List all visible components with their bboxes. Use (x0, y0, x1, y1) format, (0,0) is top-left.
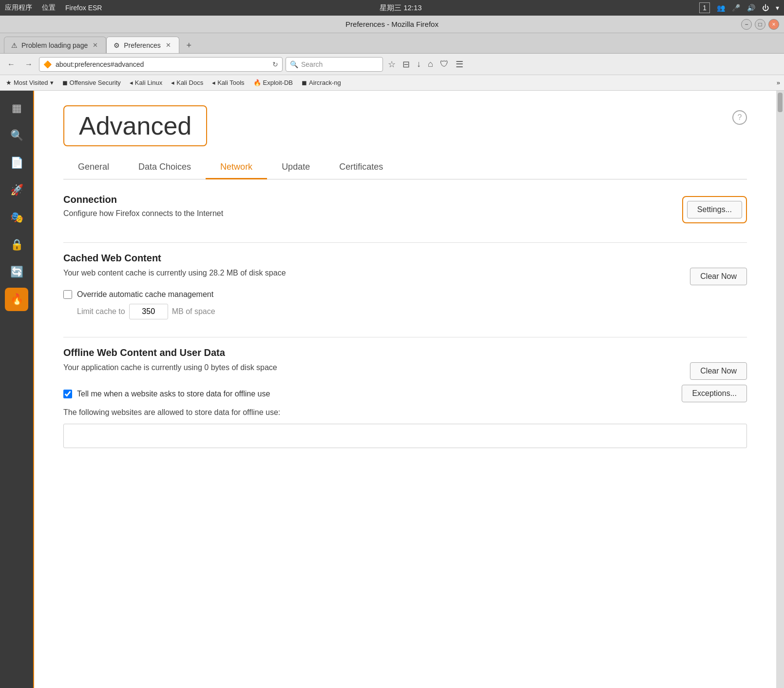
window-controls: − □ × (741, 19, 779, 30)
offline-row: Your application cache is currently usin… (63, 362, 747, 380)
exceptions-button[interactable]: Exceptions... (682, 385, 747, 402)
close-button[interactable]: × (768, 19, 779, 30)
bookmark-offensive-security[interactable]: ◼ Offensive Security (60, 78, 123, 87)
search-bar[interactable]: 🔍 Search (286, 57, 383, 72)
page-header: Advanced ? (63, 105, 747, 146)
system-bar: 应用程序 位置 Firefox ESR 星期三 12:13 1 👥 🎤 🔊 ⏻ … (0, 0, 784, 16)
tab-label: Problem loading page (21, 41, 88, 49)
people-icon: 👥 (717, 4, 725, 12)
bookmark-star-icon: ★ (6, 79, 12, 86)
connection-description: Configure how Firefox connects to the In… (63, 209, 223, 218)
sidebar-item-rocket[interactable]: 🚀 (5, 178, 28, 202)
browser-main: ▦ 🔍 📄 🚀 🎭 🔒 🔄 🔥 Advanced ? General Data … (0, 91, 784, 688)
search-icon: 🔍 (290, 60, 298, 68)
bookmark-label: Offensive Security (70, 79, 121, 86)
power-icon[interactable]: ⏻ (762, 4, 769, 12)
vertical-scrollbar[interactable] (776, 91, 784, 688)
cached-row: Your web content cache is currently usin… (63, 268, 747, 285)
caret-icon[interactable]: ▾ (776, 4, 779, 12)
offline-content-section: Offline Web Content and User Data Your a… (63, 347, 747, 448)
more-bookmarks-icon[interactable]: » (777, 79, 780, 86)
help-icon[interactable]: ? (732, 110, 747, 125)
back-button[interactable]: ← (4, 57, 19, 72)
offline-left: Tell me when a website asks to store dat… (63, 385, 672, 403)
bookmark-kali-linux[interactable]: ◂ Kali Linux (128, 78, 164, 87)
sidebar-item-refresh[interactable]: 🔄 (5, 260, 28, 284)
bookmark-kali-tools[interactable]: ◂ Kali Tools (210, 78, 246, 87)
limit-unit: MB of space (172, 307, 215, 316)
bookmark-icon: ◂ (130, 79, 133, 86)
address-icons: ☆ ⊟ ↓ ⌂ 🛡 ☰ (386, 57, 465, 72)
firefox-menu[interactable]: Firefox ESR (65, 4, 102, 12)
download-icon[interactable]: ↓ (415, 57, 423, 71)
limit-row: Limit cache to MB of space (77, 304, 747, 319)
url-bar[interactable]: 🔶 about:preferences#advanced ↻ (39, 57, 283, 72)
divider-2 (63, 337, 747, 337)
sidebar-item-search[interactable]: 🔍 (5, 124, 28, 147)
bookmark-star-icon[interactable]: ☆ (386, 57, 398, 72)
tab-close-button[interactable]: ✕ (165, 41, 172, 49)
shield-icon[interactable]: 🛡 (438, 57, 451, 71)
divider-1 (63, 242, 747, 243)
bookmarks-bar: ★ Most Visited ▾ ◼ Offensive Security ◂ … (0, 75, 784, 91)
sidebar-item-fire[interactable]: 🔥 (5, 288, 28, 311)
forward-button[interactable]: → (21, 57, 36, 72)
tab-certificates[interactable]: Certificates (325, 156, 398, 179)
offline-title: Offline Web Content and User Data (63, 347, 747, 358)
minimize-button[interactable]: − (741, 19, 752, 30)
connection-inner: Connection Configure how Firefox connect… (63, 194, 747, 225)
tab-problem-loading[interactable]: ⚠ Problem loading page ✕ (4, 37, 106, 53)
address-bar: ← → 🔶 about:preferences#advanced ↻ 🔍 Sea… (0, 54, 784, 75)
connection-title: Connection (63, 194, 223, 205)
advanced-title: Advanced (63, 105, 207, 146)
home-icon[interactable]: ⌂ (426, 57, 435, 71)
bookmark-label: Aircrack-ng (309, 79, 341, 86)
clear-cache-button[interactable]: Clear Now (690, 268, 747, 285)
bookmark-label: Kali Linux (135, 79, 162, 86)
tab-close-button[interactable]: ✕ (92, 41, 99, 49)
workspace-indicator[interactable]: 1 (699, 2, 710, 13)
bookmark-label: Kali Docs (176, 79, 203, 86)
location-menu[interactable]: 位置 (42, 3, 56, 12)
connection-text: Connection Configure how Firefox connect… (63, 194, 223, 225)
bookmark-label: Exploit-DB (263, 79, 293, 86)
tell-me-checkbox[interactable] (63, 390, 72, 398)
bookmark-aircrack[interactable]: ◼ Aircrack-ng (300, 78, 343, 87)
cached-description: Your web content cache is currently usin… (63, 269, 286, 277)
sidebar-item-mask[interactable]: 🎭 (5, 206, 28, 229)
bookmark-icon: ◂ (212, 79, 215, 86)
reload-icon[interactable]: ↻ (272, 60, 278, 68)
sidebar-item-document[interactable]: 📄 (5, 151, 28, 175)
tab-preferences[interactable]: ⚙ Preferences ✕ (106, 37, 179, 53)
override-checkbox[interactable] (63, 290, 72, 299)
tab-network[interactable]: Network (206, 156, 267, 179)
apps-menu[interactable]: 应用程序 (5, 3, 32, 12)
tab-warning-icon: ⚠ (11, 41, 18, 49)
websites-label: The following websites are allowed to st… (63, 408, 747, 417)
bookmark-most-visited[interactable]: ★ Most Visited ▾ (4, 78, 56, 87)
cached-web-content-section: Cached Web Content Your web content cach… (63, 253, 747, 319)
hamburger-menu-icon[interactable]: ☰ (454, 57, 465, 72)
bookmark-exploit-db[interactable]: 🔥 Exploit-DB (251, 78, 295, 87)
settings-button[interactable]: Settings... (687, 201, 742, 218)
new-tab-button[interactable]: + (181, 38, 197, 53)
search-placeholder: Search (301, 60, 323, 68)
mic-icon: 🎤 (732, 4, 740, 12)
clear-offline-button[interactable]: Clear Now (690, 362, 747, 380)
limit-input[interactable] (129, 304, 168, 319)
tab-update[interactable]: Update (267, 156, 325, 179)
bookmark-kali-docs[interactable]: ◂ Kali Docs (169, 78, 205, 87)
tab-bar: ⚠ Problem loading page ✕ ⚙ Preferences ✕… (0, 33, 784, 54)
tab-general[interactable]: General (63, 156, 124, 179)
site-favicon: 🔶 (43, 60, 52, 68)
tab-data-choices[interactable]: Data Choices (124, 156, 206, 179)
system-bar-left: 应用程序 位置 Firefox ESR (5, 3, 102, 12)
url-text: about:preferences#advanced (56, 60, 268, 68)
override-label: Override automatic cache management (77, 290, 213, 299)
sidebar-item-grid[interactable]: ▦ (5, 97, 28, 120)
reader-mode-icon[interactable]: ⊟ (401, 57, 412, 72)
sidebar-item-lock[interactable]: 🔒 (5, 233, 28, 256)
window-title: Preferences - Mozilla Firefox (345, 20, 439, 28)
scrollbar-thumb[interactable] (778, 93, 783, 112)
maximize-button[interactable]: □ (755, 19, 765, 30)
